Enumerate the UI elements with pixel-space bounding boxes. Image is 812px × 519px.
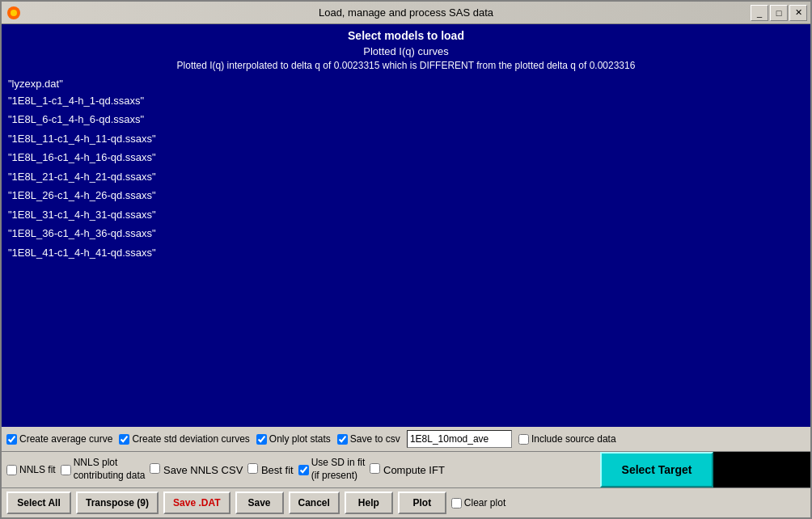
list-item[interactable]: "1E8L_11-c1_4-h_11-qd.ssaxs" (5, 129, 807, 149)
save-to-csv-checkbox[interactable] (337, 434, 348, 445)
bottom-row: Select All Transpose (9) Save .DAT Save … (2, 487, 810, 517)
nnls-plot-label[interactable]: NNLS plot contributing data (61, 457, 146, 482)
header-warning: Plotted I(q) interpolated to delta q of … (2, 59, 810, 73)
nnls-fit-label[interactable]: NNLS fit (6, 464, 56, 475)
nnls-fit-checkbox[interactable] (6, 465, 17, 475)
file-label: "lyzexp.dat" (5, 76, 807, 91)
use-sd-checkbox[interactable] (298, 465, 309, 475)
include-source-label[interactable]: Include source data (518, 433, 616, 445)
window-title: Load, manage and process SAS data (319, 6, 493, 19)
create-std-label[interactable]: Create std deviation curves (119, 433, 249, 445)
include-source-checkbox[interactable] (518, 434, 529, 445)
controls-row-2-wrapper: NNLS fit NNLS plot contributing data Sav… (2, 451, 810, 487)
list-item[interactable]: "1E8L_6-c1_4-h_6-qd.ssaxs" (5, 110, 807, 129)
minimize-button[interactable]: _ (751, 5, 768, 21)
list-item[interactable]: "1E8L_21-c1_4-h_21-qd.ssaxs" (5, 167, 807, 187)
cancel-button[interactable]: Cancel (289, 492, 340, 514)
title-bar: Load, manage and process SAS data _ □ ✕ (2, 2, 810, 24)
create-std-checkbox[interactable] (119, 434, 129, 445)
best-fit-label[interactable]: Best fit (247, 463, 293, 476)
controls-row-1: Create average curve Create std deviatio… (2, 427, 810, 451)
header-subtitle: Plotted I(q) curves (2, 44, 810, 59)
only-plot-stats-label[interactable]: Only plot stats (256, 433, 331, 445)
list-item[interactable]: "1E8L_16-c1_4-h_16-qd.ssaxs" (5, 148, 807, 167)
save-button[interactable]: Save (235, 492, 284, 514)
create-avg-checkbox[interactable] (6, 434, 17, 445)
create-avg-label[interactable]: Create average curve (6, 433, 112, 445)
transpose-button[interactable]: Transpose (9) (76, 492, 159, 514)
best-fit-checkbox[interactable] (247, 463, 258, 474)
window-controls: _ □ ✕ (751, 5, 807, 21)
close-button[interactable]: ✕ (789, 5, 807, 21)
list-item[interactable]: "1E8L_31-c1_4-h_31-qd.ssaxs" (5, 205, 807, 225)
select-target-button[interactable]: Select Target (600, 452, 713, 487)
file-list: "1E8L_1-c1_4-h_1-qd.ssaxs""1E8L_6-c1_4-h… (5, 91, 807, 263)
use-sd-label[interactable]: Use SD in fit (if present) (298, 457, 366, 482)
plot-button[interactable]: Plot (398, 492, 446, 514)
save-to-csv-label[interactable]: Save to csv (337, 433, 400, 445)
only-plot-stats-checkbox[interactable] (256, 434, 267, 445)
list-item[interactable]: "1E8L_1-c1_4-h_1-qd.ssaxs" (5, 91, 807, 111)
clear-plot-label[interactable]: Clear plot (451, 497, 505, 508)
help-button[interactable]: Help (345, 492, 393, 514)
svg-point-1 (11, 10, 17, 16)
app-logo (6, 6, 21, 20)
controls-row-2: NNLS fit NNLS plot contributing data Sav… (2, 452, 600, 487)
clear-plot-checkbox[interactable] (451, 498, 462, 508)
main-window: Load, manage and process SAS data _ □ ✕ … (0, 0, 812, 519)
select-all-button[interactable]: Select All (6, 492, 71, 514)
save-nnls-csv-checkbox[interactable] (150, 463, 160, 474)
header-section: Select models to load Plotted I(q) curve… (2, 24, 810, 74)
list-item[interactable]: "1E8L_41-c1_4-h_41-qd.ssaxs" (5, 243, 807, 263)
save-dat-button[interactable]: Save .DAT (163, 492, 230, 514)
list-item[interactable]: "1E8L_36-c1_4-h_36-qd.ssaxs" (5, 224, 807, 243)
file-list-container[interactable]: "lyzexp.dat" "1E8L_1-c1_4-h_1-qd.ssaxs""… (2, 74, 810, 427)
header-title: Select models to load (2, 27, 810, 44)
list-item[interactable]: "1E8L_26-c1_4-h_26-qd.ssaxs" (5, 186, 807, 205)
compute-ift-checkbox[interactable] (370, 463, 380, 474)
compute-ift-label[interactable]: Compute IFT (370, 463, 444, 476)
maximize-button[interactable]: □ (770, 5, 788, 21)
nnls-plot-checkbox[interactable] (61, 465, 71, 475)
target-display (713, 452, 810, 487)
csv-filename-input[interactable] (407, 430, 512, 448)
save-nnls-csv-label[interactable]: Save NNLS CSV (150, 463, 243, 476)
